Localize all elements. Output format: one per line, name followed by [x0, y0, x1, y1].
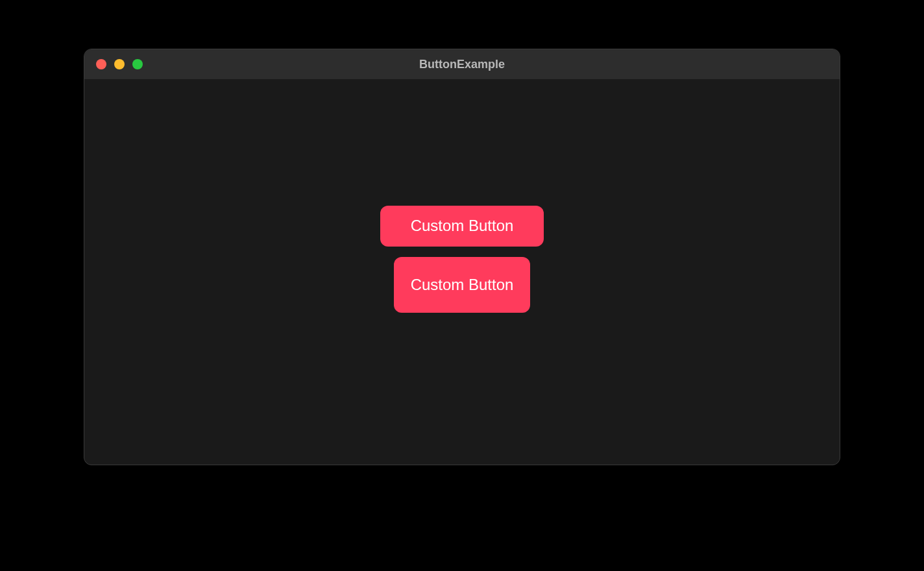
window-titlebar: ButtonExample	[84, 49, 840, 79]
window-controls	[96, 59, 143, 69]
maximize-window-button[interactable]	[132, 59, 143, 69]
application-window: ButtonExample Custom Button Custom Butto…	[84, 49, 840, 465]
custom-button-2[interactable]: Custom Button	[394, 257, 530, 313]
minimize-window-button[interactable]	[114, 59, 125, 69]
close-window-button[interactable]	[96, 59, 106, 69]
custom-button-1[interactable]: Custom Button	[380, 206, 544, 247]
window-title: ButtonExample	[419, 58, 505, 71]
window-content: Custom Button Custom Button	[84, 79, 840, 465]
